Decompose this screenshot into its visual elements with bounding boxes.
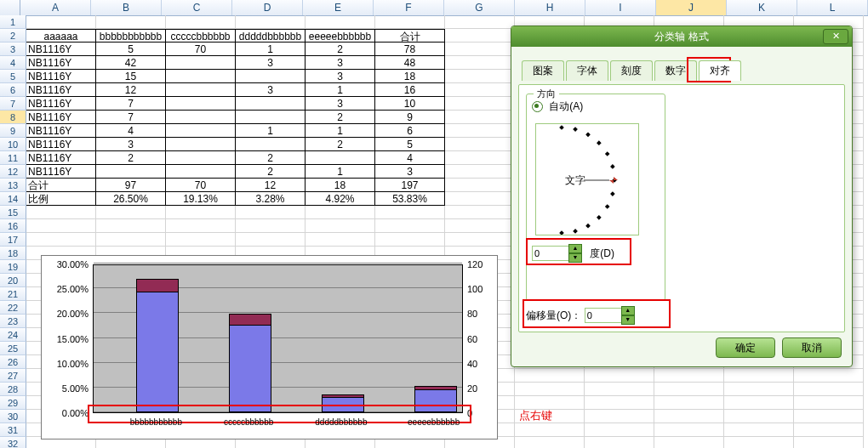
cell[interactable] — [166, 56, 236, 70]
offset-spinner[interactable]: ▲ ▼ — [585, 306, 635, 325]
cell[interactable]: 2 — [236, 165, 306, 179]
tab-1[interactable]: 字体 — [566, 60, 608, 81]
degree-spinner[interactable]: ▲ ▼ — [532, 244, 582, 263]
row-header[interactable]: 3 — [0, 43, 26, 56]
chart-bar[interactable] — [322, 396, 364, 413]
row-header[interactable]: 19 — [0, 260, 26, 274]
cell[interactable]: 3 — [306, 70, 375, 83]
cell[interactable]: NB1116Y — [26, 43, 96, 56]
cell[interactable] — [96, 15, 166, 29]
cell[interactable]: NB1116Y — [26, 165, 96, 179]
cell[interactable]: 97 — [96, 179, 166, 192]
cell[interactable]: 比例 — [26, 192, 96, 206]
cell[interactable] — [306, 151, 375, 165]
cell[interactable]: 2 — [306, 111, 375, 124]
cell[interactable] — [445, 165, 515, 179]
cell[interactable] — [445, 56, 515, 70]
cell[interactable]: NB1116Y — [26, 151, 96, 165]
cell[interactable] — [445, 29, 515, 43]
cell[interactable]: dddddbbbbbb — [236, 29, 306, 43]
row-header[interactable]: 23 — [0, 315, 26, 328]
cell[interactable] — [375, 233, 445, 247]
cell[interactable] — [236, 138, 306, 151]
cell[interactable] — [445, 179, 515, 192]
column-header-B[interactable]: B — [91, 0, 162, 15]
row-header[interactable]: 25 — [0, 342, 26, 355]
chart-bar-cap[interactable] — [322, 394, 364, 397]
cell[interactable]: 1 — [306, 124, 375, 138]
row-header[interactable]: 15 — [0, 206, 26, 219]
column-header-J[interactable]: J — [656, 0, 727, 15]
cell[interactable] — [236, 233, 306, 247]
cell[interactable] — [445, 219, 515, 233]
cell[interactable] — [724, 396, 794, 410]
cell[interactable] — [445, 111, 515, 124]
select-all-corner[interactable] — [0, 0, 20, 15]
cell[interactable]: 15 — [96, 70, 166, 83]
cell[interactable] — [585, 396, 654, 410]
cell[interactable]: 3 — [236, 56, 306, 70]
degree-input[interactable] — [532, 246, 569, 261]
cell[interactable]: 12 — [96, 83, 166, 97]
cell[interactable] — [794, 423, 864, 437]
cell[interactable]: 3 — [236, 83, 306, 97]
row-header[interactable]: 12 — [0, 165, 26, 179]
cell[interactable] — [445, 97, 515, 111]
auto-radio-row[interactable]: 自动(A) — [532, 99, 660, 114]
cell[interactable] — [166, 124, 236, 138]
row-header[interactable]: 4 — [0, 56, 26, 70]
cell[interactable]: 合计 — [26, 179, 96, 192]
cell[interactable] — [236, 206, 306, 219]
degree-down-icon[interactable]: ▼ — [568, 253, 582, 263]
column-header-H[interactable]: H — [515, 0, 585, 15]
cell[interactable] — [306, 15, 375, 29]
cell[interactable]: 197 — [375, 179, 445, 192]
column-header-C[interactable]: C — [162, 0, 232, 15]
offset-down-icon[interactable]: ▼ — [621, 315, 635, 325]
cell[interactable] — [306, 206, 375, 219]
cell[interactable] — [166, 70, 236, 83]
cell[interactable] — [794, 410, 864, 423]
cell[interactable] — [445, 233, 515, 247]
cell[interactable] — [166, 206, 236, 219]
cell[interactable] — [26, 233, 96, 247]
cell[interactable]: 48 — [375, 56, 445, 70]
cell[interactable] — [585, 369, 654, 383]
cell[interactable] — [585, 437, 654, 448]
cell[interactable]: 5 — [96, 43, 166, 56]
cell[interactable]: 10 — [375, 97, 445, 111]
cell[interactable] — [654, 423, 724, 437]
cell[interactable] — [515, 437, 585, 448]
cell[interactable] — [585, 410, 654, 423]
column-header-G[interactable]: G — [444, 0, 515, 15]
row-header[interactable]: 8 — [0, 111, 26, 124]
row-header[interactable]: 11 — [0, 151, 26, 165]
row-header[interactable]: 27 — [0, 369, 26, 383]
cell[interactable] — [585, 423, 654, 437]
row-header[interactable]: 16 — [0, 219, 26, 233]
cell[interactable] — [236, 70, 306, 83]
cell[interactable] — [236, 219, 306, 233]
cell[interactable]: 7 — [96, 111, 166, 124]
cell[interactable]: 1 — [306, 165, 375, 179]
chart-bar[interactable] — [136, 291, 179, 412]
tab-4[interactable]: 对齐 — [699, 60, 741, 81]
cell[interactable] — [654, 383, 724, 396]
row-header[interactable]: 5 — [0, 70, 26, 83]
cell[interactable] — [724, 383, 794, 396]
tab-3[interactable]: 数字 — [654, 60, 697, 81]
cell[interactable] — [166, 151, 236, 165]
cell[interactable] — [445, 43, 515, 56]
chart-bar-cap[interactable] — [414, 386, 457, 390]
cell[interactable] — [445, 138, 515, 151]
cell[interactable] — [166, 15, 236, 29]
cell[interactable]: 4 — [375, 151, 445, 165]
cell[interactable]: 1 — [306, 83, 375, 97]
cell[interactable] — [26, 15, 96, 29]
cell[interactable] — [515, 423, 585, 437]
cell[interactable]: 9 — [375, 111, 445, 124]
cell[interactable] — [26, 206, 96, 219]
row-header[interactable]: 21 — [0, 287, 26, 301]
cell[interactable]: 1 — [236, 43, 306, 56]
cell[interactable]: 1 — [236, 124, 306, 138]
